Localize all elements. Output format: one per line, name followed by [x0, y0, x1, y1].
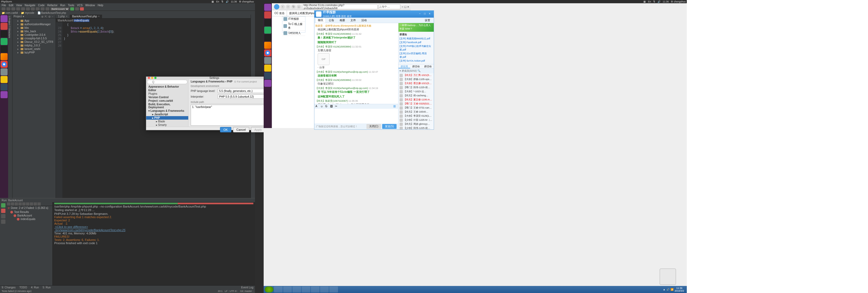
menu-vcs[interactable]: VCS	[77, 4, 83, 7]
member-item[interactable]: 【大侠】群杨-1105-ops…	[399, 77, 434, 81]
taskbar-item[interactable]	[320, 287, 329, 292]
ok-button[interactable]: OK	[220, 127, 231, 133]
member-item[interactable]: 【尚兄】周波-gbmxyy…	[399, 122, 434, 126]
project-folder[interactable]: ▸laravel_ceshi	[13, 47, 55, 51]
menu-edit[interactable]: Edit	[9, 4, 13, 7]
network-icon[interactable]: ⇅	[221, 0, 223, 3]
ad-banner[interactable]: 一样带Hadoop… 为什么青人年薪 50W？	[399, 23, 434, 32]
zoom-icon[interactable]	[154, 77, 156, 79]
member-item[interactable]: 【大侠】墨文娜-1021(547112…	[399, 81, 434, 85]
member-item[interactable]: 【大侠】李茂安-0129(150…	[399, 114, 434, 118]
close-icon[interactable]: ×	[98, 15, 100, 18]
contact-item[interactable]: To C 线上服务	[282, 22, 305, 31]
settings-category[interactable]: Appearance & Behavior	[146, 85, 188, 88]
project-folder[interactable]: ▸crossphp-full-1.5.5	[13, 37, 55, 40]
emoji-icon[interactable]: ☺	[320, 105, 324, 109]
app3-icon[interactable]	[1, 84, 8, 91]
settings-category[interactable]: Version Control	[146, 95, 188, 99]
close-icon[interactable]	[148, 77, 150, 79]
menu-file[interactable]: File	[2, 4, 6, 7]
gif-icon[interactable]: G	[325, 105, 329, 109]
clock-date[interactable]: 2016/3/2	[675, 290, 684, 292]
menu-code[interactable]: Code	[38, 4, 44, 7]
project-tree[interactable]: ▸App▸authorizationManager▸bbs▸bbs_back▸C…	[12, 19, 56, 198]
filter-ignore-icon[interactable]	[11, 202, 14, 206]
qq-tab-settings[interactable]: 设置	[422, 18, 433, 23]
dialog-titlebar[interactable]: Settings	[146, 77, 282, 79]
project-folder[interactable]: ▸initphp_3.8.3	[13, 44, 55, 47]
qq-pet-widget[interactable]	[660, 269, 676, 285]
maximize-icon[interactable]: □	[422, 12, 427, 16]
sogou-icon[interactable]	[1, 68, 8, 76]
qq-tab-chat[interactable]: 聊天	[315, 18, 326, 23]
app-icon[interactable]	[264, 27, 271, 34]
search-input[interactable]	[379, 4, 400, 9]
tab-activity2[interactable]: 群活动	[422, 64, 434, 68]
editor-tab[interactable]: 1.php×	[56, 14, 70, 18]
reload-icon[interactable]: ↻	[291, 5, 296, 9]
file-link[interactable]: [文件] Facebook.pdf	[400, 41, 433, 44]
member-item[interactable]: 【尊门】王睿-0731-candra…	[399, 106, 434, 110]
terminal-icon[interactable]	[1, 30, 8, 37]
open-icon[interactable]	[2, 7, 5, 10]
run-icon[interactable]	[70, 7, 74, 10]
volume-icon[interactable]: 🔊	[226, 0, 229, 3]
close-icon[interactable]	[1, 219, 5, 224]
back-icon[interactable]	[41, 7, 44, 10]
qq-tab-files[interactable]: 文件	[348, 18, 358, 23]
taskbar-item[interactable]	[283, 287, 292, 292]
member-item[interactable]: 【少侠】田伟-1225-前…	[399, 126, 434, 129]
image-icon[interactable]: 🖼	[330, 105, 334, 109]
hide-icon[interactable]: −	[52, 15, 55, 18]
test-case[interactable]: indexEquals	[8, 217, 51, 221]
menu-help[interactable]: Help	[98, 4, 103, 7]
project-folder[interactable]: ▸lazyPHP	[13, 51, 55, 54]
left-toolwindow-strip[interactable]: 1:Project 7:Structure	[8, 14, 12, 198]
member-item[interactable]: 【少侠】什室-1225-M（182…	[399, 118, 434, 122]
run-config-select[interactable]: BankAcount	[51, 7, 69, 10]
settings-tree[interactable]: Appearance & BehaviorEditorPluginsVersio…	[146, 85, 188, 127]
files-icon[interactable]	[264, 11, 271, 19]
settings-category[interactable]: ▸ Blade	[146, 120, 188, 123]
git-branch[interactable]: Git: master :	[240, 290, 253, 292]
indicator-icon[interactable]: ▦	[643, 0, 646, 3]
stop-icon[interactable]	[1, 209, 5, 213]
phpstorm-icon[interactable]	[1, 91, 8, 98]
prev-fail-icon[interactable]	[26, 202, 29, 206]
forward-icon[interactable]: ›	[286, 5, 290, 9]
back-icon[interactable]: ‹	[280, 5, 285, 9]
encoding[interactable]: LF : UTF-8 :	[225, 290, 238, 292]
user-menu[interactable]: ⚙ chengshuo	[671, 0, 686, 3]
firefox-icon[interactable]	[1, 53, 8, 60]
settings-category[interactable]: ▸ JavaScript	[146, 113, 188, 116]
forward-icon[interactable]	[45, 7, 50, 10]
next-fail-icon[interactable]	[30, 202, 33, 206]
stop-icon[interactable]	[80, 7, 84, 10]
settings-category[interactable]: Project: com.carbit	[146, 99, 188, 102]
cursor-position[interactable]: 20:1	[218, 290, 223, 292]
member-item[interactable]: 【大侠】*-1023-运…	[399, 90, 434, 94]
menu-window[interactable]: Window	[85, 4, 95, 7]
member-item[interactable]: 【尊门】田伟-1225-前…	[399, 85, 434, 90]
settings-category[interactable]: ▸ PHP	[146, 116, 188, 120]
qq-titlebar[interactable]: IT早报群 (1000人群) 同事·朋友·俊友 − □ ×	[314, 10, 434, 18]
settings-category[interactable]: ▸ Smarty	[146, 123, 188, 127]
app3-icon[interactable]	[264, 72, 271, 79]
close-icon[interactable]: ×	[407, 5, 409, 8]
sogou-icon[interactable]	[264, 57, 271, 64]
minimize-icon[interactable]: −	[401, 5, 403, 8]
taskbar-item[interactable]	[274, 287, 283, 292]
tray-icon[interactable]: 📶	[671, 288, 674, 291]
file-link[interactable]: [文件] PHP核心技术与最佳实践.pdf	[400, 45, 433, 52]
menu-navigate[interactable]: Navigate	[25, 4, 35, 7]
project-folder[interactable]: ▸authorizationManager	[13, 23, 55, 26]
chat-input[interactable]	[314, 109, 398, 123]
home-icon[interactable]: ⌂	[297, 5, 301, 9]
apply-button[interactable]: Apply	[251, 127, 266, 133]
run-tab[interactable]: 4: Run	[31, 286, 39, 289]
send-button[interactable]: 发送(S)	[382, 124, 397, 129]
shell-icon[interactable]	[1, 46, 8, 53]
event-log-tab[interactable]: Event Log	[241, 286, 253, 289]
rerun-icon[interactable]	[1, 203, 5, 208]
cancel-button[interactable]: Cancel	[233, 127, 249, 133]
